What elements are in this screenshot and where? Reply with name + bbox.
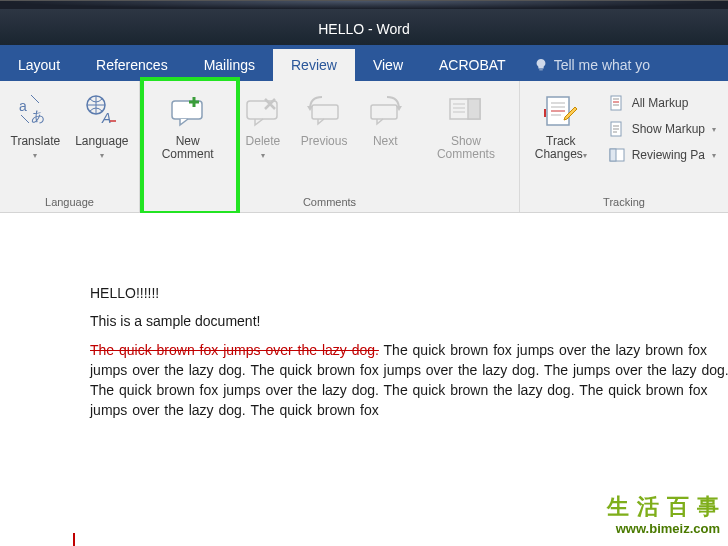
delete-comment-button[interactable]: Delete▾ xyxy=(233,87,292,165)
watermark: 生 活 百 事 www.bimeiz.com xyxy=(607,493,720,538)
svg-rect-7 xyxy=(371,105,397,119)
word-window: HELLO - Word Layout References Mailings … xyxy=(0,0,728,546)
track-changes-button[interactable]: Track Changes▾ xyxy=(524,87,598,165)
doc-body: The quick brown fox jumps over the lazy … xyxy=(90,340,728,421)
ribbon-tabs: Layout References Mailings Review View A… xyxy=(0,45,728,81)
group-label-language: Language xyxy=(4,193,135,210)
doc-line-1: HELLO!!!!!! xyxy=(90,283,728,303)
doc-strikethrough: The quick brown fox jumps over the lazy … xyxy=(90,342,379,358)
previous-comment-button[interactable]: Previous xyxy=(295,87,354,152)
tab-references[interactable]: References xyxy=(78,49,186,81)
translate-icon: aあ xyxy=(11,91,59,131)
group-label-tracking: Tracking xyxy=(524,193,724,210)
window-title: HELLO - Word xyxy=(318,21,410,37)
show-markup-icon xyxy=(608,120,626,138)
tell-me-search[interactable]: Tell me what yo xyxy=(524,49,660,81)
doc-line-2: This is a sample document! xyxy=(90,311,728,331)
show-comments-label: Show Comments xyxy=(425,135,507,161)
document-content: HELLO!!!!!! This is a sample document! T… xyxy=(90,283,728,421)
watermark-url: www.bimeiz.com xyxy=(607,521,720,538)
tell-me-label: Tell me what yo xyxy=(554,57,650,73)
next-icon xyxy=(361,91,409,131)
all-markup-dropdown[interactable]: All Markup xyxy=(606,91,718,115)
show-markup-dropdown[interactable]: Show Markup▾ xyxy=(606,117,718,141)
track-changes-label: Track Changes xyxy=(535,134,583,161)
show-markup-label: Show Markup xyxy=(632,122,705,136)
svg-rect-5 xyxy=(247,101,277,119)
previous-icon xyxy=(300,91,348,131)
new-comment-icon xyxy=(164,91,212,131)
language-button[interactable]: A Language▾ xyxy=(69,87,135,165)
new-comment-label: New Comment xyxy=(152,135,223,161)
svg-rect-4 xyxy=(172,101,202,119)
change-bar xyxy=(73,533,75,546)
reviewing-label: Reviewing Pa xyxy=(632,148,705,162)
next-label: Next xyxy=(373,135,398,148)
track-changes-icon xyxy=(537,91,585,131)
tab-view[interactable]: View xyxy=(355,49,421,81)
group-language: aあ Translate▾ A Language▾ Language xyxy=(0,81,140,212)
previous-label: Previous xyxy=(301,135,348,148)
new-comment-button[interactable]: New Comment xyxy=(144,87,231,165)
tab-mailings[interactable]: Mailings xyxy=(186,49,273,81)
delete-label: Delete xyxy=(246,134,281,148)
all-markup-label: All Markup xyxy=(632,96,689,110)
reviewing-pane-icon xyxy=(608,146,626,164)
svg-text:あ: あ xyxy=(31,108,45,124)
svg-rect-28 xyxy=(610,149,616,161)
tab-review[interactable]: Review xyxy=(273,49,355,81)
tracking-options: All Markup Show Markup▾ Reviewing Pa▾ xyxy=(600,87,724,171)
delete-comment-icon xyxy=(239,91,287,131)
show-comments-button[interactable]: Show Comments xyxy=(417,87,515,165)
translate-label: Translate xyxy=(11,134,61,148)
svg-rect-19 xyxy=(611,96,621,110)
tab-layout[interactable]: Layout xyxy=(0,49,78,81)
reviewing-pane-dropdown[interactable]: Reviewing Pa▾ xyxy=(606,143,718,167)
watermark-chinese: 生 活 百 事 xyxy=(607,493,720,522)
svg-text:a: a xyxy=(19,98,27,114)
tab-acrobat[interactable]: ACROBAT xyxy=(421,49,524,81)
ribbon: aあ Translate▾ A Language▾ Language xyxy=(0,81,728,213)
svg-rect-9 xyxy=(468,99,480,119)
language-label: Language xyxy=(75,134,128,148)
markup-doc-icon xyxy=(608,94,626,112)
titlebar: HELLO - Word xyxy=(0,0,728,45)
group-comments: New Comment Delete▾ Previous xyxy=(140,81,520,212)
document-area[interactable]: ⌶ HELLO!!!!!! This is a sample document!… xyxy=(0,213,728,546)
translate-button[interactable]: aあ Translate▾ xyxy=(4,87,67,165)
lightbulb-icon xyxy=(534,58,548,72)
next-comment-button[interactable]: Next xyxy=(356,87,415,152)
group-tracking: Track Changes▾ All Markup Show Markup▾ xyxy=(520,81,728,212)
group-label-comments: Comments xyxy=(144,193,515,210)
svg-text:A: A xyxy=(101,110,111,126)
svg-rect-6 xyxy=(312,105,338,119)
show-comments-icon xyxy=(442,91,490,131)
language-icon: A xyxy=(78,91,126,131)
